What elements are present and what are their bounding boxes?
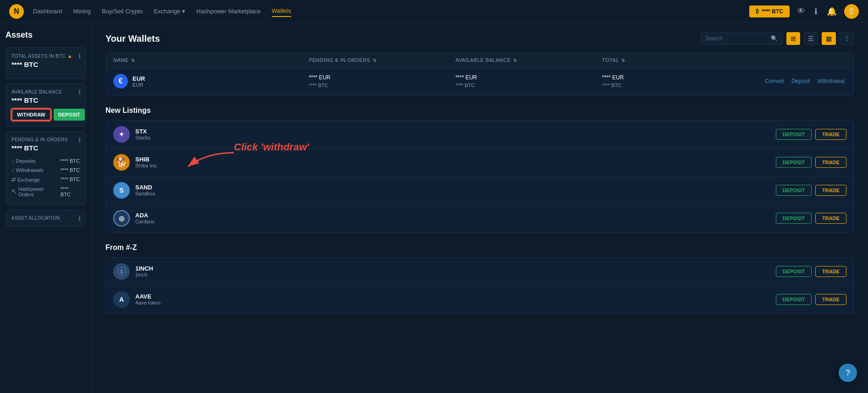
- sand-coin-icon: S: [113, 182, 130, 199]
- hashpower-icon: ⛏: [11, 189, 17, 194]
- compact-view-button[interactable]: ▦: [822, 32, 836, 45]
- list-item: ✦ STX Stacks DEPOSIT TRADE: [106, 121, 854, 149]
- shib-deposit-button[interactable]: DEPOSIT: [776, 157, 812, 168]
- sand-trade-button[interactable]: TRADE: [815, 185, 846, 196]
- deposit-arrow-icon: ↓: [11, 158, 14, 164]
- eur-available-cell: **** EUR **** BTC: [455, 73, 602, 89]
- info-circle-icon[interactable]: ℹ: [813, 5, 819, 18]
- withdrawal-arrow-icon: ↑: [11, 167, 14, 173]
- col-available: AVAILABLE BALANCE ⇅: [455, 57, 602, 63]
- nav-buysell[interactable]: Buy/Sell Crypto: [102, 6, 143, 17]
- pending-hashpower-row: ⛏ Hashpower Orders **** BTC: [11, 184, 80, 199]
- aave-deposit-button[interactable]: DEPOSIT: [776, 294, 812, 305]
- deposit-link[interactable]: Deposit: [790, 78, 812, 84]
- stx-trade-button[interactable]: TRADE: [815, 129, 846, 140]
- nav-wallets[interactable]: Wallets: [272, 6, 291, 17]
- oneinch-coin-info: 1 1INCH 1inch: [113, 263, 776, 280]
- nav-links: Dashboard Mining Buy/Sell Crypto Exchang…: [33, 6, 749, 17]
- oneinch-trade-button[interactable]: TRADE: [815, 266, 846, 277]
- stx-sub: Stacks: [135, 135, 150, 140]
- more-options-button[interactable]: ⋮: [840, 32, 854, 45]
- col-actions: [749, 57, 846, 63]
- ada-deposit-button[interactable]: DEPOSIT: [776, 213, 812, 224]
- bell-icon[interactable]: 🔔: [825, 5, 839, 18]
- stx-coin-info: ✦ STX Stacks: [113, 126, 776, 143]
- info-icon-total[interactable]: ℹ: [78, 52, 81, 60]
- shib-actions: DEPOSIT TRADE: [776, 157, 846, 168]
- sand-name: SAND: [135, 184, 155, 191]
- aave-text: AAVE Aave token: [135, 293, 160, 305]
- oneinch-sub: 1inch: [135, 272, 153, 277]
- stx-coin-icon: ✦: [113, 126, 130, 143]
- convert-link[interactable]: Convert: [763, 78, 786, 84]
- btc-balance-button[interactable]: ₿ **** BTC: [749, 6, 790, 17]
- main-layout: Assets ℹ TOTAL ASSETS IN BTC ▲ **** BTC …: [0, 23, 868, 393]
- eur-pending-cell: **** EUR **** BTC: [309, 73, 455, 89]
- info-icon-pending[interactable]: ℹ: [78, 136, 81, 144]
- list-item: 🐕 SHIB Shiba Inu DEPOSIT TRADE: [106, 149, 854, 177]
- eur-action-cell: Convert Deposit Withdrawal: [749, 78, 846, 84]
- pending-deposits-row: ↓ Deposits **** BTC: [11, 156, 80, 166]
- list-view-button[interactable]: ☰: [804, 32, 818, 45]
- grid-view-button[interactable]: ⊞: [786, 32, 800, 45]
- deposit-button[interactable]: DEPOSIT: [54, 109, 85, 121]
- stx-text: STX Stacks: [135, 128, 150, 140]
- search-input[interactable]: [705, 35, 768, 42]
- sidebar: Assets ℹ TOTAL ASSETS IN BTC ▲ **** BTC …: [0, 23, 92, 393]
- total-assets-value: **** BTC: [11, 61, 80, 68]
- col-pending: PENDING & IN ORDERS ⇅: [309, 57, 455, 63]
- available-balance-card: ℹ AVAILABLE BALANCE **** BTC WITHDRAW DE…: [6, 83, 86, 127]
- list-item: 1 1INCH 1inch DEPOSIT TRADE: [106, 258, 854, 286]
- oneinch-text: 1INCH 1inch: [135, 265, 153, 277]
- ada-coin-icon: ◎: [113, 210, 130, 227]
- wallet-table-header: NAME ⇅ PENDING & IN ORDERS ⇅ AVAILABLE B…: [106, 53, 854, 68]
- info-icon-balance[interactable]: ℹ: [78, 89, 81, 96]
- from-az-table: 1 1INCH 1inch DEPOSIT TRADE A AAV: [105, 257, 854, 314]
- stx-deposit-button[interactable]: DEPOSIT: [776, 129, 812, 140]
- app-logo[interactable]: N: [9, 4, 24, 19]
- oneinch-deposit-button[interactable]: DEPOSIT: [776, 266, 812, 277]
- ada-trade-button[interactable]: TRADE: [815, 213, 846, 224]
- withdraw-button[interactable]: WITHDRAW: [11, 109, 51, 121]
- pending-exchange-row: ⇄ Exchange **** BTC: [11, 175, 80, 184]
- list-item: ◎ ADA Cardano DEPOSIT TRADE: [106, 205, 854, 232]
- withdrawal-link[interactable]: Withdrawal: [816, 78, 846, 84]
- col-total: TOTAL ⇅: [602, 57, 749, 63]
- nav-mining[interactable]: Mining: [73, 6, 91, 17]
- nav-exchange[interactable]: Exchange ▾: [154, 6, 186, 17]
- balance-action-row: WITHDRAW DEPOSIT: [11, 109, 80, 121]
- ada-actions: DEPOSIT TRADE: [776, 213, 846, 224]
- sand-actions: DEPOSIT TRADE: [776, 185, 846, 196]
- wallet-table: NAME ⇅ PENDING & IN ORDERS ⇅ AVAILABLE B…: [105, 52, 854, 95]
- bitcoin-small-icon: ₿: [756, 8, 759, 15]
- pending-orders-card: ℹ PENDING & IN ORDERS **** BTC ↓ Deposit…: [6, 131, 86, 205]
- aave-trade-button[interactable]: TRADE: [815, 294, 846, 305]
- help-button[interactable]: ?: [839, 364, 857, 382]
- sand-deposit-button[interactable]: DEPOSIT: [776, 185, 812, 196]
- new-listings-title: New Listings: [105, 106, 854, 115]
- nav-right: ₿ **** BTC 👁 ℹ 🔔 ₿: [749, 4, 859, 19]
- list-item: A AAVE Aave token DEPOSIT TRADE: [106, 286, 854, 313]
- shib-trade-button[interactable]: TRADE: [815, 157, 846, 168]
- shib-name: SHIB: [135, 156, 156, 163]
- ada-name: ADA: [135, 212, 155, 219]
- sidebar-title: Assets: [6, 30, 86, 40]
- list-item: S SAND Sandbox DEPOSIT TRADE: [106, 177, 854, 205]
- info-icon-allocation[interactable]: ℹ: [78, 215, 81, 222]
- table-row: € EUR EUR **** EUR **** BTC **** EUR ***…: [106, 68, 854, 95]
- shib-coin-info: 🐕 SHIB Shiba Inu: [113, 154, 776, 171]
- pending-withdrawals-row: ↑ Withdrawals **** BTC: [11, 166, 80, 175]
- available-balance-value: **** BTC: [11, 96, 80, 104]
- aave-coin-icon: A: [113, 291, 130, 308]
- nav-hashpower[interactable]: Hashpower Marketplace: [196, 6, 260, 17]
- eur-coin-icon: €: [113, 74, 128, 89]
- search-box: 🔍: [700, 32, 783, 45]
- nav-dashboard[interactable]: Dashboard: [33, 6, 62, 17]
- avatar[interactable]: ₿: [844, 4, 859, 19]
- eur-coin-name: EUR: [133, 75, 145, 82]
- wallets-title: Your Wallets: [105, 33, 160, 44]
- eye-slash-icon[interactable]: 👁: [795, 5, 807, 18]
- stx-name: STX: [135, 128, 150, 135]
- aave-coin-info: A AAVE Aave token: [113, 291, 776, 308]
- aave-actions: DEPOSIT TRADE: [776, 294, 846, 305]
